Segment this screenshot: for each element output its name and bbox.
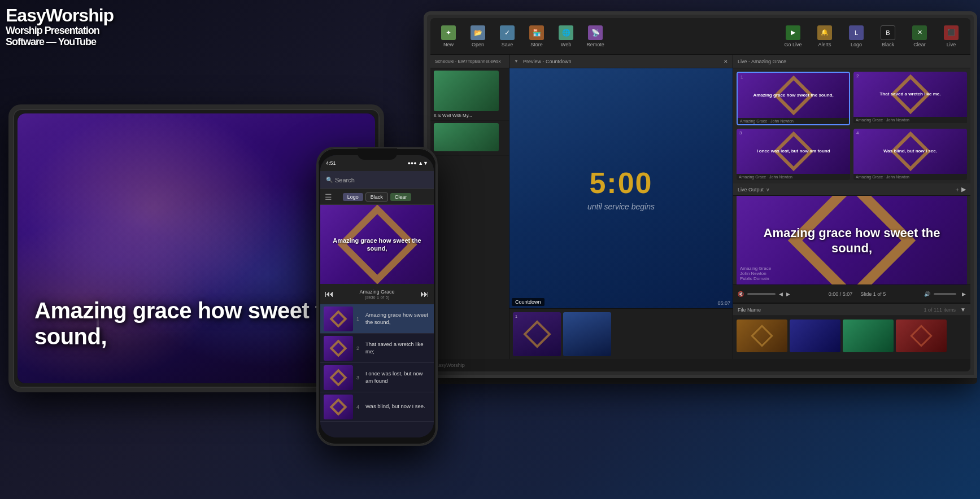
phone-clear-btn[interactable]: Clear (390, 193, 412, 201)
web-button[interactable]: 🌐 Web (552, 21, 580, 51)
phone-slide-item-3[interactable]: 3 I once was lost, but now am found (320, 363, 434, 392)
preview-selector[interactable]: ▼ (514, 59, 519, 64)
live-output-label: Live Output (738, 187, 764, 192)
remote-icon: 📡 (588, 25, 603, 40)
slide-text-3: I once was lost, but now am found (748, 148, 839, 154)
phone-menu-icon[interactable]: ☰ (325, 192, 332, 202)
phone-slide-item-4[interactable]: 4 Was blind, but now I see. (320, 392, 434, 422)
phone-slide-text-3: I once was lost, but now am found (365, 370, 430, 384)
phone-slide-item-2[interactable]: 2 That saved a wretch like me; (320, 334, 434, 363)
file-thumb-4[interactable] (896, 319, 947, 352)
prev-btn[interactable]: ◀ (779, 291, 783, 297)
slide-card-bg-2: 2 That saved a wretch like me. (853, 72, 967, 117)
laptop-body: ✦ New 📂 Open ✓ Save 🏪 Store (424, 11, 977, 378)
preview-time: 05:07 (717, 300, 730, 306)
slide-author-4: Amazing Grace · John Newton (853, 174, 967, 180)
remote-button[interactable]: 📡 Remote (582, 21, 609, 51)
slide-text-1: Amazing grace how sweet the sound, (749, 93, 838, 98)
phone-song-display: Amazing grace how sweet the sound, (320, 205, 434, 284)
song-thumb-1[interactable]: 1 (513, 312, 561, 356)
live-icon: ⬛ (944, 25, 959, 40)
file-browser: File Name 1 of 111 items ▼ (733, 303, 970, 359)
countdown-display: 5:00 until service begins (587, 166, 655, 211)
phone-body: 4:51 ●●● ▲▼ 🔍 Search ☰ Logo Black Clear … (316, 147, 438, 446)
live-fwd-btn[interactable]: ▶ (961, 186, 966, 193)
phone: 4:51 ●●● ▲▼ 🔍 Search ☰ Logo Black Clear … (316, 147, 438, 446)
save-icon: ✓ (500, 25, 515, 40)
play-btn[interactable]: ▶ (962, 291, 966, 297)
schedule-thumb-1 (434, 71, 499, 111)
file-menu-btn[interactable]: ▼ (960, 307, 966, 313)
playback-controls: 🔇 ◀ ▶ 0:00 / 5:07 Slide 1 of 5 🔊 ▶ (733, 284, 970, 303)
phone-slide-text-1: Amazing grace how sweet the sound, (365, 312, 430, 326)
vol-slider[interactable] (747, 293, 776, 295)
slide-card-bg-3: 3 I once was lost, but now am found (737, 129, 850, 174)
slide-author-2: Amazing Grace · John Newton (853, 117, 967, 123)
live-add-btn[interactable]: + (956, 186, 959, 193)
vol-slider-right[interactable] (934, 293, 956, 295)
file-thumb-2[interactable] (790, 319, 840, 352)
file-thumbs (733, 316, 970, 356)
vol-icon-right[interactable]: 🔊 (924, 291, 930, 297)
phone-slide-info: (slide 1 of 5) (359, 295, 394, 300)
phone-time: 4:51 (326, 160, 336, 166)
countdown-time: 5:00 (587, 166, 655, 200)
alerts-icon: 🔔 (817, 25, 832, 40)
slide-num-4: 4 (856, 130, 859, 135)
song-thumb-2[interactable] (563, 312, 611, 356)
slide-author-3: Amazing Grace · John Newton (737, 174, 850, 180)
live-button[interactable]: ⬛ Live (937, 21, 966, 51)
slide-card-2[interactable]: 2 That saved a wretch like me. Amazing G… (853, 72, 967, 125)
search-placeholder: Search (335, 177, 355, 183)
file-name-label: File Name (738, 307, 761, 313)
phone-search-bar[interactable]: 🔍 Search (320, 171, 434, 189)
phone-prev-btn[interactable]: ⏮ (325, 289, 334, 299)
phone-logo-btn[interactable]: Logo (343, 193, 363, 201)
phone-next-btn[interactable]: ⏭ (420, 289, 429, 299)
file-thumb-3[interactable] (843, 319, 894, 352)
phone-slide-thumb-1 (324, 307, 353, 331)
clear-button[interactable]: ✕ Clear (905, 21, 934, 51)
file-thumb-1[interactable] (737, 319, 787, 352)
mute-icon[interactable]: 🔇 (738, 291, 744, 297)
file-diamond-4 (910, 325, 933, 347)
schedule-item-1[interactable]: It Is Well With My... (430, 68, 509, 121)
logo-button[interactable]: L Logo (842, 21, 871, 51)
preview-area: 5:00 until service begins Countdown 05:0… (509, 68, 733, 308)
open-button[interactable]: 📂 Open (464, 21, 491, 51)
phone-slide-item-1[interactable]: 1 Amazing grace how sweet the sound, (320, 304, 434, 334)
phone-song-text: Amazing grace how sweet the sound, (332, 237, 423, 253)
schedule-panel: Schedule - EW7TopBanner.ewsx It Is Well … (430, 55, 509, 359)
live-text: Amazing grace how sweet the sound, (760, 225, 944, 256)
easyworship-ui: ✦ New 📂 Open ✓ Save 🏪 Store (430, 18, 970, 371)
phone-slide-thumb-4 (324, 395, 353, 419)
preview-close[interactable]: ✕ (724, 59, 728, 64)
live-footer: Amazing Grace John Newton Public Domain (740, 266, 771, 281)
new-button[interactable]: ✦ New (435, 21, 462, 51)
store-button[interactable]: 🏪 Store (523, 21, 550, 51)
phone-signal: ●●● ▲▼ (407, 160, 428, 166)
schedule-bar: Schedule - EW7TopBanner.ewsx (430, 55, 509, 68)
web-icon: 🌐 (559, 25, 573, 40)
slide-card-3[interactable]: 3 I once was lost, but now am found Amaz… (737, 129, 850, 180)
save-button[interactable]: ✓ Save (494, 21, 521, 51)
slide-num-1: 1 (741, 75, 743, 80)
next-btn[interactable]: ▶ (786, 291, 790, 297)
live-output-chevron[interactable]: ∨ (766, 187, 770, 192)
phone-black-btn[interactable]: Black (365, 192, 388, 202)
save-label: Save (502, 42, 513, 47)
logo-line-2: Worship Presentation (6, 25, 114, 37)
toolbar-right: ▶ Go Live 🔔 Alerts L Logo B (778, 21, 966, 51)
logo-area: EasyWorship Worship Presentation Softwar… (6, 6, 114, 48)
black-button[interactable]: B Black (873, 21, 903, 51)
slide-card-1[interactable]: 1 Amazing grace how sweet the sound, Ama… (737, 72, 850, 125)
alerts-button[interactable]: 🔔 Alerts (810, 21, 839, 51)
tablet-overlay-text: Amazing grace how sweet the sound, (34, 297, 358, 349)
phone-action-btns: ☰ Logo Black Clear (320, 189, 434, 205)
live-header: Live - Amazing Grace (733, 55, 970, 68)
phone-slide-num-4: 4 (356, 404, 362, 410)
golive-button[interactable]: ▶ Go Live (778, 21, 808, 51)
schedule-item-2[interactable] (430, 121, 509, 156)
main-area: Schedule - EW7TopBanner.ewsx It Is Well … (430, 55, 970, 359)
slide-card-4[interactable]: 4 Was blind, but now I see. Amazing Grac… (853, 129, 967, 180)
